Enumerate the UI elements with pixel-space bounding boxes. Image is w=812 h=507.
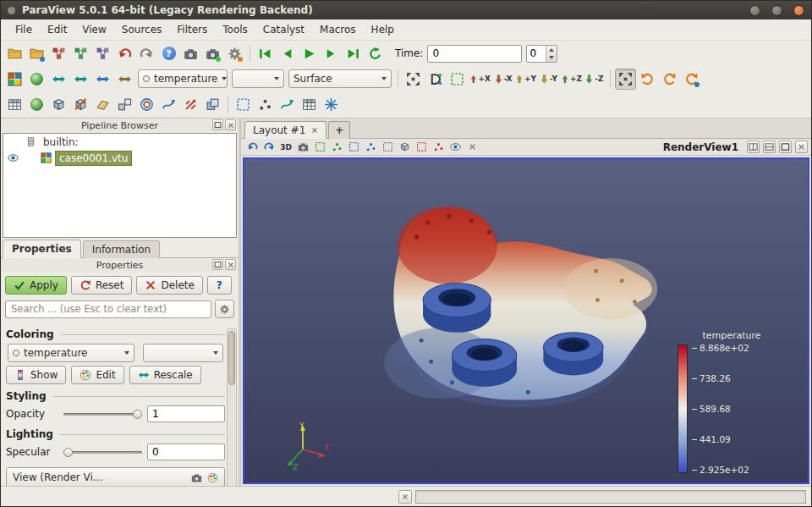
close-panel-button[interactable] (225, 259, 236, 270)
interactive-select-cells-button[interactable] (414, 140, 429, 154)
capture-button[interactable] (202, 43, 223, 64)
coloring-component-combo[interactable] (143, 344, 223, 362)
opacity-slider[interactable] (63, 408, 142, 421)
opacity-input[interactable] (147, 405, 225, 422)
help-button[interactable]: ? (158, 43, 179, 64)
select-surface-points-button[interactable] (329, 140, 344, 154)
undo-button[interactable] (114, 43, 135, 64)
edit-colormap-button[interactable] (4, 69, 25, 90)
color-component-combo[interactable] (232, 69, 284, 88)
menu-item[interactable]: Tools (215, 20, 255, 39)
specular-slider[interactable] (63, 446, 142, 459)
probe-location-button[interactable] (255, 94, 276, 115)
vcr-last-frame-button[interactable] (343, 43, 364, 64)
color-legend[interactable]: temperature 8.868e+02738.26589.68441.092… (678, 330, 786, 475)
interactive-select-points-button[interactable] (431, 140, 446, 154)
camera-orientation-button[interactable]: -Z (583, 69, 606, 90)
pipeline-item-builtin[interactable]: builtin: (3, 134, 236, 150)
opacity-slider-handle[interactable] (133, 410, 142, 419)
pipeline-item-source[interactable]: case0001.vtu (3, 150, 236, 166)
split-horizontal-button[interactable] (747, 141, 760, 153)
rotate-camera-ccw-button[interactable] (637, 69, 658, 90)
representation-combo[interactable]: Surface (288, 69, 392, 88)
group-datasets-button[interactable] (202, 94, 223, 115)
camera-orientation-button[interactable]: +Z (560, 69, 583, 90)
progress-cancel-button[interactable] (398, 490, 412, 504)
vcr-loop-button[interactable] (365, 43, 386, 64)
open-file-button[interactable] (4, 43, 25, 64)
menu-item[interactable]: View (74, 20, 113, 39)
maximize-view-button[interactable] (779, 141, 792, 153)
menu-item[interactable]: Catalyst (255, 20, 312, 39)
clip-filter-button[interactable] (70, 94, 91, 115)
menu-item[interactable]: Edit (40, 20, 74, 39)
specular-input[interactable] (147, 444, 225, 460)
rescale-to-data-button[interactable] (48, 69, 69, 90)
disconnect-server-button[interactable] (70, 43, 91, 64)
select-cells-on-button[interactable] (233, 94, 254, 115)
scrollbar-thumb[interactable] (228, 331, 235, 385)
maximize-button[interactable] (771, 5, 782, 16)
search-options-button[interactable] (215, 300, 234, 318)
reset-camera-button[interactable] (403, 69, 424, 90)
vcr-play-button[interactable] (299, 43, 320, 64)
camera-orientation-button[interactable]: +Y (514, 69, 537, 90)
view-section-header[interactable]: View (Render Vi... (6, 467, 225, 486)
rescale-button[interactable]: Rescale (129, 366, 201, 384)
menu-item[interactable]: Help (364, 20, 402, 39)
close-panel-button[interactable] (225, 119, 236, 130)
split-vertical-button[interactable] (763, 141, 776, 153)
glyph-sphere-button[interactable] (26, 94, 47, 115)
show-center-axes-button[interactable] (615, 69, 636, 90)
reset-camera-rotation-button[interactable] (681, 69, 702, 90)
screenshot-button[interactable] (180, 43, 201, 64)
save-data-button[interactable] (26, 43, 47, 64)
select-frustum-points-button[interactable] (363, 140, 378, 154)
close-button[interactable] (793, 5, 804, 16)
threshold-filter-button[interactable] (114, 94, 135, 115)
temporal-snowflake-button[interactable] (321, 94, 342, 115)
manage-links-button[interactable] (92, 43, 113, 64)
minimize-button[interactable] (749, 5, 760, 16)
delete-button[interactable]: Delete (136, 276, 202, 295)
visibility-eye-icon[interactable] (8, 152, 19, 163)
camera-undo-button[interactable] (244, 140, 260, 154)
menu-item[interactable]: Macros (312, 20, 364, 39)
auto-apply-button[interactable] (224, 43, 245, 64)
coloring-field-combo[interactable]: temperature (8, 344, 134, 362)
undock-button[interactable] (212, 119, 223, 130)
zoom-to-data-button[interactable] (425, 69, 446, 90)
time-index-input[interactable] (527, 46, 546, 62)
undock-button[interactable] (212, 259, 223, 270)
camera-orientation-button[interactable]: +X (469, 69, 491, 90)
time-value-input[interactable] (427, 45, 522, 63)
capture-view-button[interactable] (295, 140, 310, 154)
close-view-button[interactable] (795, 141, 808, 153)
plot-over-line-button[interactable] (277, 94, 298, 115)
slice-filter-button[interactable] (92, 94, 113, 115)
reset-button[interactable]: Reset (71, 276, 133, 295)
camera-orientation-button[interactable]: -Y (537, 69, 560, 90)
close-tab-icon[interactable] (311, 127, 318, 134)
vcr-next-frame-button[interactable] (321, 43, 342, 64)
properties-scrollbar[interactable] (227, 328, 237, 486)
select-polygon-button[interactable] (380, 140, 395, 154)
edit-colormap-button[interactable]: Edit (71, 366, 123, 384)
render-viewport[interactable]: temperature 8.868e+02738.26589.68441.092… (243, 157, 809, 484)
solid-color-button[interactable] (26, 69, 47, 90)
color-field-combo[interactable]: temperature (138, 69, 228, 88)
rescale-visible-button[interactable] (92, 69, 113, 90)
layout-tab[interactable]: Layout #1 (244, 121, 326, 139)
rescale-temporal-button[interactable] (114, 69, 135, 90)
extract-grid-button[interactable] (48, 94, 69, 115)
camera-orientation-button[interactable]: -X (491, 69, 514, 90)
select-block-button[interactable] (397, 140, 412, 154)
vcr-first-frame-button[interactable] (255, 43, 276, 64)
show-scalar-bar-button[interactable]: Show (6, 366, 66, 384)
menu-item[interactable]: Sources (114, 20, 169, 39)
hover-info-button[interactable] (447, 140, 463, 154)
redo-button[interactable] (136, 43, 157, 64)
spreadsheet-button[interactable] (4, 94, 25, 115)
add-layout-tab-button[interactable]: + (328, 121, 350, 139)
menu-item[interactable]: File (8, 20, 40, 39)
